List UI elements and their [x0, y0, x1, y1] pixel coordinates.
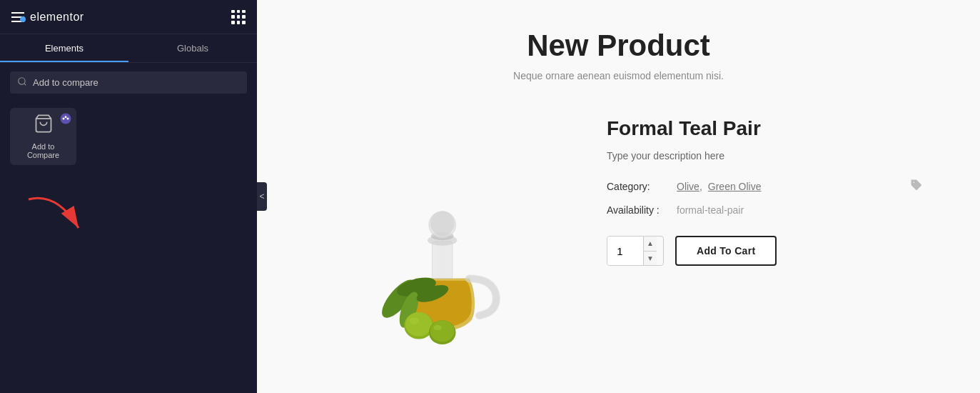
quantity-down-arrow[interactable]: ▼	[644, 252, 657, 266]
svg-point-0	[19, 78, 25, 84]
collapse-handle[interactable]: <	[257, 182, 267, 211]
svg-point-14	[430, 212, 455, 236]
tab-elements[interactable]: Elements	[0, 34, 128, 62]
top-bar-left: elementor	[11, 11, 84, 24]
category-link-olive[interactable]: Olive,	[677, 181, 702, 192]
product-meta: Category: Olive, Green Olive Availabilit…	[607, 179, 923, 216]
svg-point-4	[65, 116, 67, 118]
svg-rect-10	[433, 242, 453, 279]
svg-point-3	[63, 118, 65, 120]
category-label: Category:	[607, 181, 671, 192]
availability-label: Availability :	[607, 204, 671, 216]
add-to-cart-button[interactable]: Add To Cart	[675, 236, 777, 266]
svg-point-22	[430, 320, 455, 342]
category-row: Category: Olive, Green Olive	[607, 179, 923, 194]
search-icon	[17, 76, 27, 89]
svg-point-2	[61, 114, 71, 124]
svg-point-24	[433, 325, 441, 331]
product-description: Type your description here	[607, 150, 923, 161]
product-name: Formal Teal Pair	[607, 117, 923, 140]
product-content: Formal Teal Pair Type your description h…	[314, 110, 923, 353]
product-info: Formal Teal Pair Type your description h…	[607, 110, 923, 266]
logo-text: elementor	[30, 11, 84, 24]
blue-dot-indicator	[20, 16, 26, 22]
grid-menu-icon[interactable]	[231, 10, 246, 24]
availability-row: Availability : formal-teal-pair	[607, 204, 923, 216]
right-panel: New Product Neque ornare aenean euismod …	[257, 0, 980, 393]
tab-globals[interactable]: Globals	[128, 34, 257, 62]
search-box	[10, 71, 247, 94]
top-bar: elementor	[0, 0, 257, 34]
availability-value: formal-teal-pair	[677, 204, 744, 216]
svg-line-1	[24, 84, 26, 86]
category-link-green-olive[interactable]: Green Olive	[708, 181, 762, 192]
quantity-input[interactable]: 1	[607, 237, 643, 265]
search-container	[0, 63, 257, 102]
svg-point-20	[405, 312, 433, 337]
widget-corner-icon	[59, 112, 72, 125]
page-subtitle: Neque ornare aenean euismod elementum ni…	[314, 70, 923, 81]
left-panel: elementor Elements Globals	[0, 0, 257, 393]
cart-icon	[34, 114, 54, 138]
tabs-bar: Elements Globals	[0, 34, 257, 63]
red-arrow	[14, 185, 257, 252]
search-input[interactable]	[33, 77, 240, 88]
product-image	[314, 110, 564, 353]
tag-icon	[910, 179, 923, 194]
quantity-input-wrapper: 1 ▲ ▼	[607, 236, 664, 266]
page-title: New Product	[314, 29, 923, 63]
quantity-up-arrow[interactable]: ▲	[644, 237, 657, 252]
purchase-row: 1 ▲ ▼ Add To Cart	[607, 236, 923, 266]
widget-label: Add to Compare	[19, 142, 68, 159]
collapse-icon: <	[259, 191, 264, 202]
widget-grid: Add to Compare	[0, 102, 257, 171]
quantity-arrows: ▲ ▼	[643, 237, 657, 265]
svg-point-5	[67, 118, 69, 120]
add-to-compare-widget[interactable]: Add to Compare	[10, 108, 76, 165]
svg-point-23	[410, 317, 419, 324]
